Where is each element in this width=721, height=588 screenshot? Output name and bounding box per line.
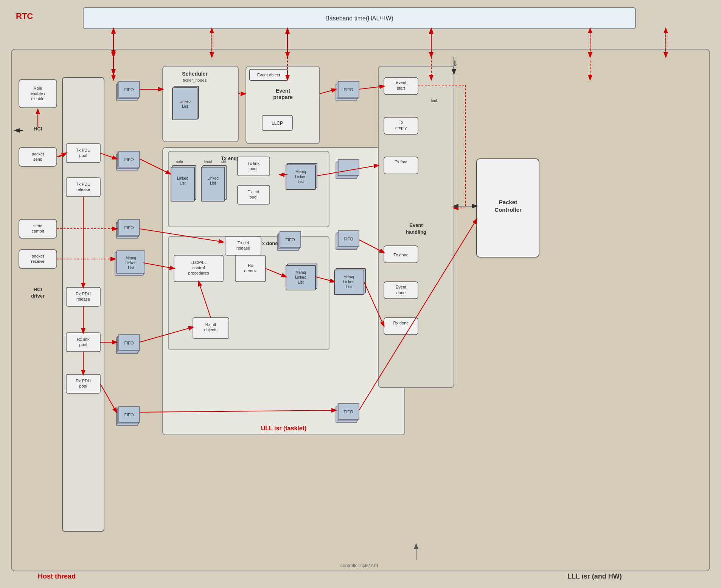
- svg-text:send: send: [33, 157, 42, 161]
- svg-text:Role: Role: [34, 86, 42, 90]
- svg-text:pool: pool: [79, 384, 87, 388]
- svg-text:Tx ctrl: Tx ctrl: [248, 189, 259, 194]
- svg-text:procedures: procedures: [188, 271, 209, 275]
- svg-text:disable: disable: [31, 96, 45, 101]
- lll-isr-label: LLL isr (and HW): [567, 572, 622, 580]
- svg-text:List: List: [182, 104, 188, 109]
- fifo-right-scheduler: FIFO: [336, 81, 359, 100]
- fifo-stack-3: FIFO: [117, 219, 140, 238]
- fifo-stack-1: FIFO: [117, 81, 140, 100]
- svg-text:Memq: Memq: [343, 275, 354, 279]
- rtc-label: RTC: [16, 11, 33, 21]
- svg-text:Rx ntf: Rx ntf: [205, 322, 217, 327]
- svg-text:List: List: [346, 285, 352, 289]
- svg-text:Rx done: Rx done: [393, 321, 409, 325]
- svg-text:Packet: Packet: [499, 199, 517, 205]
- svg-text:packet: packet: [32, 254, 44, 258]
- svg-text:LLCP/LL: LLCP/LL: [191, 260, 207, 265]
- fifo-stack-bottom: FIFO: [117, 406, 140, 425]
- svg-text:release: release: [76, 187, 90, 192]
- svg-text:List: List: [298, 180, 304, 184]
- svg-text:FIFO: FIFO: [124, 87, 134, 92]
- svg-text:Event: Event: [396, 285, 406, 289]
- svg-text:demux: demux: [244, 268, 257, 273]
- svg-text:enable /: enable /: [30, 91, 45, 96]
- svg-text:Linked: Linked: [207, 176, 218, 180]
- svg-text:Linked: Linked: [295, 175, 306, 179]
- rx-done-box: [384, 318, 418, 335]
- svg-rect-115: [338, 160, 359, 175]
- svg-text:empty: empty: [395, 126, 407, 130]
- svg-text:start: start: [397, 86, 405, 90]
- svg-text:pool: pool: [79, 342, 87, 347]
- svg-text:Linked: Linked: [343, 280, 354, 284]
- svg-text:head: head: [204, 160, 212, 163]
- fifo-right-tx-ctrl-release: FIFO: [336, 231, 359, 250]
- svg-text:release: release: [236, 246, 250, 250]
- svg-text:objects: objects: [204, 327, 218, 332]
- svg-text:Linked: Linked: [179, 99, 190, 104]
- svg-text:pool: pool: [250, 195, 258, 199]
- svg-text:control: control: [192, 265, 205, 270]
- svg-text:Event: Event: [396, 80, 406, 85]
- svg-text:Linked: Linked: [295, 275, 306, 279]
- svg-text:Tx: Tx: [399, 120, 404, 124]
- svg-text:Rx: Rx: [248, 263, 253, 268]
- svg-text:List: List: [210, 181, 216, 185]
- svg-text:Tx PDU: Tx PDU: [76, 148, 91, 152]
- svg-text:release: release: [76, 297, 90, 301]
- svg-text:Controller: Controller: [494, 206, 522, 213]
- svg-text:Rx PDU: Rx PDU: [76, 292, 91, 296]
- controller-split-label: controller split/ API: [340, 563, 378, 568]
- svg-text:Linked: Linked: [125, 261, 136, 265]
- svg-text:FIFO: FIFO: [285, 237, 295, 242]
- svg-text:Event: Event: [276, 88, 290, 94]
- svg-text:List: List: [298, 280, 304, 284]
- fifo-stack-4: Memq Linked List: [115, 251, 145, 275]
- svg-text:Event: Event: [409, 222, 423, 228]
- fifo-stack-5: FIFO: [117, 335, 140, 354]
- kick-label: kick: [431, 99, 438, 103]
- svg-text:Rx link: Rx link: [77, 337, 90, 341]
- svg-text:Memq: Memq: [295, 270, 306, 275]
- svg-text:ctrl: ctrl: [221, 160, 226, 163]
- svg-text:FIFO: FIFO: [124, 413, 134, 417]
- svg-text:Memq: Memq: [295, 170, 306, 174]
- svg-text:receive: receive: [31, 259, 44, 264]
- svg-text:FIFO: FIFO: [343, 87, 353, 92]
- svg-text:Scheduler: Scheduler: [182, 71, 208, 77]
- ull-isr-label: ULL isr (tasklet): [261, 425, 307, 431]
- svg-text:handling: handling: [406, 229, 426, 235]
- svg-text:List: List: [180, 181, 186, 185]
- svg-text:ticker_nodes: ticker_nodes: [183, 78, 207, 82]
- svg-text:FIFO: FIFO: [124, 341, 134, 345]
- svg-text:Tx ctrl: Tx ctrl: [238, 240, 249, 245]
- svg-text:Event object: Event object: [257, 73, 280, 77]
- hci-driver-label: HCI: [34, 287, 42, 292]
- svg-text:Tx link: Tx link: [247, 161, 259, 166]
- fifo-ull-tx-ctrl: FIFO: [278, 231, 301, 250]
- svg-text:prepare: prepare: [273, 94, 293, 100]
- svg-text:driver: driver: [31, 293, 45, 299]
- svg-text:packet: packet: [32, 152, 44, 156]
- svg-text:LLCP: LLCP: [272, 121, 283, 126]
- down-arrow-indicator: ⇓: [452, 59, 458, 68]
- memq-rx-right: Memq Linked List: [286, 264, 317, 290]
- memq-tx-right: Memq Linked List: [286, 163, 317, 189]
- svg-text:Tx frac: Tx frac: [395, 160, 407, 164]
- svg-text:pool: pool: [79, 153, 87, 158]
- hci-label: HCI: [34, 126, 42, 132]
- svg-text:done: done: [396, 290, 406, 295]
- fifo-right-bottom: FIFO: [336, 403, 359, 422]
- svg-text:Tx done: Tx done: [393, 253, 409, 257]
- svg-text:Linked: Linked: [177, 176, 188, 180]
- svg-rect-64: [172, 88, 197, 120]
- svg-text:FIFO: FIFO: [124, 157, 134, 162]
- svg-text:send: send: [33, 223, 42, 228]
- svg-text:FIFO: FIFO: [124, 225, 134, 230]
- host-thread-label: Host thread: [38, 572, 76, 580]
- svg-text:Rx PDU: Rx PDU: [76, 379, 91, 383]
- svg-text:List: List: [128, 266, 134, 270]
- svg-text:complt: complt: [32, 229, 44, 233]
- svg-text:Memq: Memq: [126, 256, 136, 260]
